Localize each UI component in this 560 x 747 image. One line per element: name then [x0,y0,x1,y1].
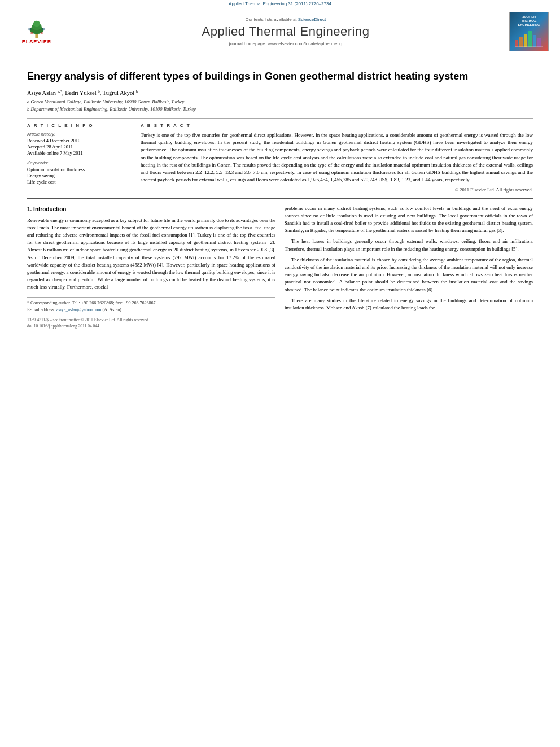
cover-chart-icon [514,28,545,48]
sciencedirect-link[interactable]: ScienceDirect [298,17,326,22]
journal-title-block: Contents lists available at ScienceDirec… [62,17,509,46]
issn-text: 1359-4311/$ – see front matter © 2011 El… [27,317,275,323]
journal-ref-bar: Applied Thermal Engineering 31 (2011) 27… [0,0,560,8]
journal-ref-text: Applied Thermal Engineering 31 (2011) 27… [229,1,331,6]
svg-point-5 [42,27,45,30]
email-note: E-mail address: asiye_aslan@yahoo.com (A… [27,307,275,313]
journal-header: Applied Thermal Engineering 31 (2011) 27… [0,0,560,55]
svg-point-7 [41,32,43,34]
divider-1 [27,118,533,119]
received-date: Received 4 December 2010 [27,138,132,143]
abstract-section: A B S T R A C T Turkey is one of the top… [141,123,533,192]
svg-rect-12 [533,35,536,47]
svg-rect-11 [528,31,532,47]
affiliation-b: b Department of Mechanical Engineering, … [27,106,533,113]
body-col-left: 1. Introduction Renewable energy is comm… [27,205,275,329]
doi-text: doi:10.1016/j.applthermaleng.2011.04.044 [27,323,275,329]
affiliation-a: a Gonen Vocational College, Balikesir Un… [27,98,533,106]
elsevier-tree-icon [20,19,54,39]
corresponding-note: * Corresponding author. Tel.: +90 266 76… [27,300,275,307]
keyword-1: Optimum insulation thickness [27,167,132,172]
email-label: E-mail address: [27,307,55,312]
copyright-line: © 2011 Elsevier Ltd. All rights reserved… [141,187,533,193]
article-info-column: A R T I C L E I N F O Article history: R… [27,123,132,192]
intro-p3: The heat losses in buildings generally o… [285,238,533,252]
intro-p5: There are many studies in the literature… [285,297,533,312]
svg-point-4 [28,27,31,30]
available-date: Available online 7 May 2011 [27,150,132,156]
main-content: Energy analysis of different types of bu… [0,55,560,338]
doi-bar: 1359-4311/$ – see front matter © 2011 El… [27,317,275,330]
svg-rect-9 [519,37,523,47]
journal-main-title: Applied Thermal Engineering [62,24,509,39]
article-info-title: A R T I C L E I N F O [27,123,132,128]
svg-point-3 [33,20,40,27]
cover-title-text: APPLIED THERMAL ENGINEERING [518,15,540,27]
keyword-2: Energy saving [27,173,132,178]
divider-thick [27,198,533,199]
intro-p1: Renewable energy is commonly accepted as… [27,217,275,291]
journal-cover-image: APPLIED THERMAL ENGINEERING [509,12,549,51]
svg-rect-8 [515,40,518,47]
email-suffix: (A. Aslan). [103,307,123,312]
svg-rect-13 [537,38,541,47]
abstract-title: A B S T R A C T [141,123,533,128]
body-col-right: problems occur in many district heating … [285,205,533,329]
svg-rect-10 [524,34,527,47]
journal-banner: ELSEVIER Contents lists available at Sci… [0,8,560,55]
contents-line: Contents lists available at ScienceDirec… [62,17,509,22]
accepted-date: Accepted 28 April 2011 [27,144,132,150]
svg-point-6 [30,32,33,34]
keyword-3: Life-cycle cost [27,179,132,185]
info-abstract-row: A R T I C L E I N F O Article history: R… [27,123,533,192]
footnote-area: * Corresponding author. Tel.: +90 266 76… [27,297,275,313]
authors-line: Asiye Aslan a,*, Bedri Yüksel b, Tuğrul … [27,89,533,96]
keywords-label: Keywords: [27,160,132,165]
body-columns: 1. Introduction Renewable energy is comm… [27,205,533,329]
affiliations: a Gonen Vocational College, Balikesir Un… [27,98,533,113]
elsevier-logo: ELSEVIER [11,16,62,47]
history-label: Article history: [27,132,132,137]
author-akyol: Tuğrul Akyol b [103,90,138,96]
journal-homepage: journal homepage: www.elsevier.com/locat… [62,41,509,46]
intro-p4: The thickness of the insulation material… [285,256,533,294]
author-aslan: Asiye Aslan a,*, [27,90,65,96]
author-yuksel: Bedri Yüksel b, [65,90,103,96]
abstract-text: Turkey is one of the top five countries … [141,132,533,183]
email-link[interactable]: asiye_aslan@yahoo.com [56,307,102,312]
intro-p2: problems occur in many district heating … [285,205,533,235]
elsevier-wordmark: ELSEVIER [22,39,52,45]
article-title: Energy analysis of different types of bu… [27,70,533,83]
introduction-heading: 1. Introduction [27,205,275,213]
